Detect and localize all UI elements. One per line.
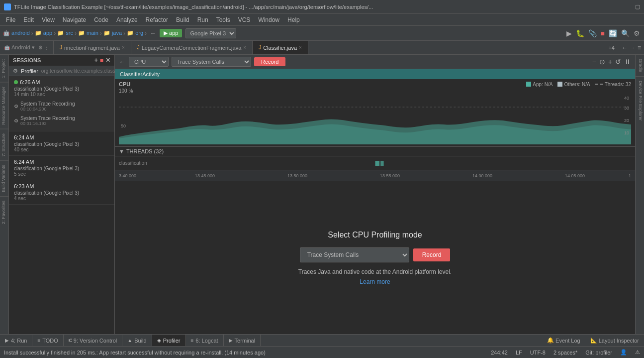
- mode-dropdown[interactable]: Trace System Calls: [172, 57, 251, 67]
- todo-icon: ≡: [37, 338, 40, 343]
- menu-navigate[interactable]: Navigate: [59, 15, 90, 24]
- tab-android[interactable]: 🤖 Android ▾ ⚙ ⋮: [0, 41, 54, 54]
- menu-window[interactable]: Window: [254, 15, 283, 24]
- menu-run[interactable]: Run: [193, 15, 212, 24]
- activity-label: ClassifierActivity: [120, 71, 160, 77]
- layout-inspector-btn[interactable]: 📐 Layout Inspector: [585, 335, 644, 346]
- zoom-in-icon[interactable]: +: [608, 58, 612, 66]
- tab-extra[interactable]: +4: [604, 41, 619, 54]
- menu-vcs[interactable]: VCS: [234, 15, 255, 24]
- recent-files-icon[interactable]: ←: [622, 44, 628, 51]
- nav-src[interactable]: 📁 src: [57, 30, 73, 36]
- bottom-tab-run[interactable]: ▶ 4: Run: [0, 335, 32, 346]
- event-log-btn[interactable]: 🔔 Event Log: [542, 335, 585, 346]
- stop-session-btn[interactable]: ■: [100, 57, 103, 64]
- legend-app: App: N/A: [526, 82, 552, 87]
- logcat-label: 6: Logcat: [195, 338, 218, 344]
- trace-0-0[interactable]: ⚙ System Trace Recording 00:10:04.200: [14, 99, 109, 114]
- trace-gear-icon-1: ⚙: [14, 118, 18, 123]
- menu-view[interactable]: View: [38, 15, 59, 24]
- search-icon[interactable]: 🔍: [620, 28, 631, 38]
- status-position[interactable]: 244:42: [491, 350, 508, 356]
- bottom-tab-profiler[interactable]: ◈ Profiler: [152, 335, 186, 346]
- status-git[interactable]: Git: profiler: [585, 350, 612, 356]
- fit-icon[interactable]: ⊙: [599, 58, 605, 66]
- session-entry-0[interactable]: 6:26 AM classification (Google Pixel 3) …: [9, 76, 114, 131]
- menu-help[interactable]: Help: [283, 15, 304, 24]
- threads-expand-icon[interactable]: ▼: [119, 148, 124, 154]
- tab-nnection-close[interactable]: ×: [122, 45, 125, 50]
- tab-legacycamera[interactable]: J LegacyCameraConnectionFragment.java ×: [131, 41, 253, 54]
- learn-more-link[interactable]: Learn more: [360, 278, 390, 285]
- gradle-label[interactable]: Gradle: [636, 55, 644, 77]
- stop-icon[interactable]: ■: [600, 28, 606, 38]
- nav-java[interactable]: 📁 java: [103, 30, 122, 36]
- project-label[interactable]: 1: Project: [0, 55, 8, 82]
- bottom-tab-build[interactable]: ▲ Build: [122, 335, 152, 346]
- cpu-dropdown[interactable]: CPU: [129, 57, 169, 67]
- bottom-tab-todo[interactable]: ≡ TODO: [32, 335, 63, 346]
- dots-icon[interactable]: ⋮: [44, 45, 49, 50]
- run-button[interactable]: ▶ app: [160, 29, 182, 37]
- attach-icon[interactable]: 📎: [587, 28, 598, 38]
- maximize-btn[interactable]: ▢: [635, 3, 640, 10]
- settings-icon[interactable]: ⚙: [633, 28, 641, 38]
- trace-0-1[interactable]: ⚙ System Trace Recording 00:01:16.193: [14, 114, 109, 128]
- trace-name-0-1: System Trace Recording: [20, 116, 75, 121]
- play-icon[interactable]: ▶: [565, 28, 573, 38]
- nav-app[interactable]: 📁 app: [35, 30, 52, 36]
- sync-icon[interactable]: 🔄: [608, 28, 618, 38]
- device-selector[interactable]: Google Pixel 3: [185, 28, 236, 38]
- menu-code[interactable]: Code: [90, 15, 112, 24]
- terminal-icon: ▶: [229, 338, 233, 343]
- nav-android[interactable]: 🤖 android: [3, 30, 30, 36]
- add-session-btn[interactable]: +: [94, 57, 98, 64]
- session-entry-1[interactable]: 6:24 AM classification (Google Pixel 3) …: [9, 131, 114, 156]
- profiling-record-btn[interactable]: Record: [413, 248, 451, 261]
- debug-icon[interactable]: 🐛: [575, 28, 585, 38]
- settings-tab-icon[interactable]: ⚙: [38, 45, 43, 50]
- structure-label[interactable]: 7: Structure: [0, 129, 8, 161]
- status-lf[interactable]: LF: [516, 350, 522, 356]
- session-entry-2[interactable]: 6:24 AM classification (Google Pixel 3) …: [9, 156, 114, 180]
- reset-icon[interactable]: ↺: [615, 58, 621, 66]
- cpu-section: CPU App: N/A Others: N/A Threads: 32: [115, 79, 635, 147]
- menu-refactor[interactable]: Refactor: [142, 15, 172, 24]
- nav-main[interactable]: 📁 main: [78, 30, 98, 36]
- menu-tools[interactable]: Tools: [212, 15, 234, 24]
- tab-legacy-close[interactable]: ×: [243, 45, 246, 50]
- resource-manager-label[interactable]: Resource Manager: [0, 82, 8, 129]
- close-session-btn[interactable]: ✕: [105, 57, 110, 64]
- nav-org[interactable]: 📁 org: [127, 30, 143, 36]
- session-duration-1: 40 sec: [14, 147, 109, 152]
- pause-icon[interactable]: ⏸: [624, 58, 631, 66]
- profiling-mode-dropdown[interactable]: Trace System Calls: [300, 247, 409, 262]
- tab-nnectionfragment[interactable]: J nnectionFragment.java ×: [54, 41, 131, 54]
- event-log-label: Event Log: [555, 338, 580, 344]
- menu-build[interactable]: Build: [172, 15, 193, 24]
- session-entry-3[interactable]: 6:23 AM classification (Google Pixel 3) …: [9, 180, 114, 205]
- bottom-tab-logcat[interactable]: ≡ 6: Logcat: [186, 335, 224, 346]
- tab-classifier-close[interactable]: ×: [299, 45, 302, 50]
- status-indent[interactable]: 2 spaces*: [553, 350, 577, 356]
- activity-bar: ClassifierActivity: [115, 69, 635, 79]
- favorites-label[interactable]: 2: Favorites: [0, 196, 8, 228]
- profiler-gear-icon[interactable]: ⚙: [13, 68, 18, 74]
- zoom-out-icon[interactable]: −: [592, 58, 596, 66]
- bottom-tab-vcs[interactable]: ⑆ 9: Version Control: [64, 335, 122, 346]
- menu-edit[interactable]: Edit: [19, 15, 38, 24]
- tab-list-icon[interactable]: ≡: [638, 44, 641, 51]
- device-file-explorer-label[interactable]: Device File Explorer: [636, 77, 644, 125]
- build-variants-label[interactable]: Build Variants: [0, 160, 8, 196]
- record-button[interactable]: Record: [254, 57, 285, 66]
- tab-classifier[interactable]: J Classifier.java ×: [253, 41, 308, 54]
- menu-file[interactable]: File: [2, 15, 19, 24]
- back-icon[interactable]: ←: [150, 30, 156, 37]
- bottom-tab-terminal[interactable]: ▶ Terminal: [224, 335, 261, 346]
- status-warning-icon[interactable]: ⚠: [635, 349, 640, 356]
- thread-mini-bar: classification: [115, 156, 635, 170]
- prof-back-btn[interactable]: ←: [119, 58, 126, 66]
- menu-analyze[interactable]: Analyze: [112, 15, 142, 24]
- recent-files-fwd[interactable]: →: [630, 44, 636, 51]
- status-charset[interactable]: UTF-8: [530, 350, 546, 356]
